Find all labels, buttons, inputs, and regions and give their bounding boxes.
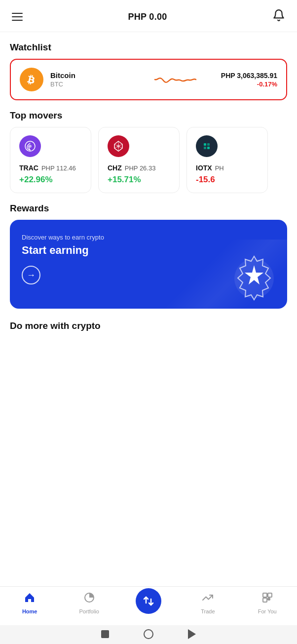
svg-rect-7 [204,143,206,146]
watchlist-card-bitcoin[interactable]: Bitcoin BTC PHP 3,063,385.91 -0.17% [10,59,287,100]
chz-change: +15.71% [108,175,170,185]
portfolio-icon [83,592,95,606]
top-movers-section: Top movers TRAC PHP 112.46 +22.96% [0,100,297,193]
mover-card-chz[interactable]: CHZ PHP 26.33 +15.71% [98,127,180,193]
nav-label-trade: Trade [201,608,215,614]
nav-label-home: Home [22,608,37,614]
nav-item-home[interactable]: Home [15,592,44,614]
iotx-info-row: IOTX PH [196,164,259,172]
bitcoin-icon [20,68,43,91]
trac-change: +22.96% [19,175,82,185]
nav-label-foryou: For You [258,608,277,614]
watchlist-coin-name: Bitcoin [50,71,129,80]
iotx-symbol: IOTX [196,164,212,172]
header: PHP 0.00 [0,0,297,32]
watchlist-title: Watchlist [0,32,297,59]
trac-symbol: TRAC [19,164,38,172]
nav-label-portfolio: Portfolio [79,608,99,614]
watchlist-price-info: PHP 3,063,385.91 -0.17% [221,72,277,88]
iotx-icon [196,135,218,157]
svg-rect-16 [268,593,272,597]
watchlist-change: -0.17% [221,80,277,88]
svg-rect-17 [263,598,267,602]
trade-icon [202,592,214,606]
system-back-button[interactable] [101,630,109,638]
header-balance: PHP 0.00 [128,12,167,22]
main-content: Watchlist Bitcoin BTC [0,32,297,382]
back-square-icon [101,630,109,638]
svg-point-6 [117,145,120,148]
foryou-icon [261,592,273,606]
home-icon [24,592,36,606]
nav-item-trade[interactable]: Trade [193,592,223,614]
system-home-button[interactable] [144,629,153,639]
trac-icon [19,135,41,157]
notifications-button[interactable] [272,9,285,25]
trac-price: PHP 112.46 [41,164,76,172]
top-movers-title: Top movers [0,100,297,127]
rewards-section: Rewards Discover ways to earn crypto Sta… [0,193,297,309]
chz-icon [108,135,129,157]
do-more-title: Do more with crypto [0,311,297,337]
system-bar [0,625,297,644]
chz-symbol: CHZ [108,164,122,172]
top-movers-list: TRAC PHP 112.46 +22.96% CHZ [0,127,297,193]
rewards-card[interactable]: Discover ways to earn crypto Start earni… [10,220,287,309]
rewards-subtitle: Discover ways to earn crypto [22,234,275,241]
trac-info-row: TRAC PHP 112.46 [19,164,82,172]
swap-button[interactable] [136,588,161,614]
svg-rect-18 [268,598,270,600]
bottom-nav: Home Portfolio [0,586,297,621]
watchlist-section: Watchlist Bitcoin BTC [0,32,297,100]
svg-point-1 [29,145,32,148]
system-recent-button[interactable] [188,629,196,639]
chz-info-row: CHZ PHP 26.33 [108,164,170,172]
mover-card-trac[interactable]: TRAC PHP 112.46 +22.96% [10,127,91,193]
watchlist-coin-info: Bitcoin BTC [50,71,129,88]
svg-rect-10 [207,147,210,149]
iotx-price: PH [215,164,224,172]
rewards-star-badge [227,251,276,301]
recent-triangle-icon [188,629,196,639]
svg-rect-9 [204,147,206,149]
menu-button[interactable] [12,13,23,21]
rewards-title: Rewards [0,193,297,220]
svg-rect-8 [207,143,210,146]
nav-item-portfolio[interactable]: Portfolio [74,592,104,614]
iotx-change: -15.6 [196,175,259,185]
watchlist-chart [136,70,214,89]
arrow-icon: → [27,270,36,281]
nav-item-foryou[interactable]: For You [253,592,282,614]
home-circle-icon [144,629,153,639]
mover-card-iotx[interactable]: IOTX PH -15.6 [186,127,268,193]
watchlist-price: PHP 3,063,385.91 [221,72,277,80]
svg-rect-15 [263,593,267,597]
do-more-section: Do more with crypto [0,309,297,337]
nav-item-swap[interactable] [134,592,163,614]
watchlist-coin-symbol: BTC [50,80,129,88]
rewards-arrow-button[interactable]: → [22,266,40,284]
chz-price: PHP 26.33 [125,164,156,172]
